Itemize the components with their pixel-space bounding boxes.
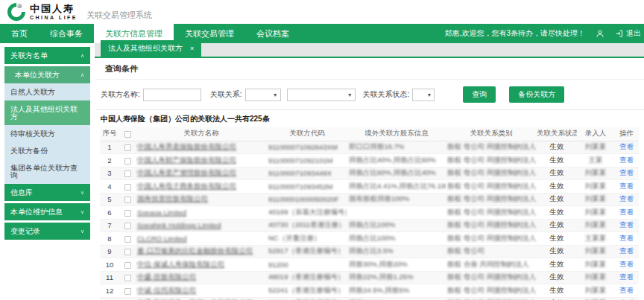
party-name-link[interactable]: 中信·保诚人寿保险有限公司 <box>137 260 224 268</box>
relation-category: 股权 母公司 间接控制的法人 <box>447 194 536 202</box>
sidebar-item[interactable]: 信息库 ∨ <box>4 184 90 201</box>
view-link[interactable]: 查看 <box>619 156 634 164</box>
relation-category: 股权 母公司 <box>447 246 484 255</box>
chevron-icon: ∨ <box>80 209 84 214</box>
party-name-link[interactable]: 中国人寿资产管理股份有限公司 <box>137 168 236 176</box>
sidebar-item[interactable]: 待审核关联方 <box>4 125 90 142</box>
view-link[interactable]: 查看 <box>619 260 634 268</box>
sidebar-item-label: 变更记录 <box>10 228 78 235</box>
result-summary: 中国人寿保险（集团）公司的关联法人一共有225条 <box>95 110 644 127</box>
relation-select-1[interactable]: ▼ <box>245 89 281 101</box>
relation-status: 生效 <box>537 180 577 194</box>
tab-close-icon[interactable]: × <box>190 45 194 52</box>
party-name-link[interactable]: 中国人寿电子商务股份有限公司 <box>137 182 236 190</box>
row-checkbox[interactable] <box>124 197 131 203</box>
overseas-shareholder-info: 持股22%,持股1.25% <box>349 272 414 281</box>
sidebar-item[interactable]: 本单位维护信息 ∨ <box>4 203 90 220</box>
view-link[interactable]: 查看 <box>619 142 634 150</box>
sidebar-item[interactable]: 变更记录 ∨ <box>4 223 90 240</box>
select-all-checkbox[interactable] <box>124 131 131 138</box>
view-link[interactable]: 查看 <box>619 234 634 242</box>
view-link[interactable]: 查看 <box>619 182 634 190</box>
party-code: 52917（香港注册编号） <box>268 246 344 255</box>
sidebar-item-label: 关联方名单 <box>10 52 78 60</box>
row-checkbox[interactable] <box>124 170 131 177</box>
chevron-icon: ∧ <box>80 53 84 58</box>
sidebar-item[interactable]: 自然人关联方 <box>4 83 90 100</box>
user-button[interactable] <box>596 29 604 38</box>
query-panel: 查询条件 关联方名称: 关联关系: ▼ ▼ 关联关系状态: ▼ 查询 备份关联方… <box>95 58 644 300</box>
party-name-input[interactable] <box>143 89 201 101</box>
logout-button[interactable]: 退出 <box>615 28 641 39</box>
system-title: 关联交易管理系统 <box>86 10 152 24</box>
row-checkbox[interactable] <box>124 249 131 255</box>
view-link[interactable]: 查看 <box>619 208 634 216</box>
relation-category: 股权 合营 共同控制的法人 <box>447 260 529 268</box>
view-link[interactable]: 查看 <box>619 246 634 255</box>
row-checkbox[interactable] <box>124 262 131 269</box>
view-link[interactable]: 查看 <box>619 220 634 229</box>
relation-category: 股权 母公司 间接控制的法人 <box>447 142 536 150</box>
nav-item-label: 关联方信息管理 <box>105 29 162 38</box>
query-section-title: 查询条件 <box>95 58 644 80</box>
party-name-label: 关联方名称: <box>101 89 140 100</box>
search-button[interactable]: 查询 <box>463 86 496 103</box>
navbar-right: 郑惠,欢迎您，您有3条待办，请尽快处理！ 退出 <box>445 24 644 43</box>
row-checkbox[interactable] <box>124 223 131 229</box>
sidebar-item-label: 本单位关联方 <box>15 71 78 79</box>
table-header-label: 关联关系类别 <box>470 129 513 137</box>
sidebar-item-label: 自然人关联方 <box>10 89 81 96</box>
row-number: 1 <box>100 141 119 154</box>
sidebar-item[interactable]: 法人及其他组织关联方 <box>4 100 90 125</box>
nav-item[interactable]: 会议档案 <box>245 24 300 43</box>
row-checkbox[interactable] <box>124 210 131 217</box>
relation-select-2[interactable]: ▼ <box>287 89 356 101</box>
party-code: 91200 <box>268 261 288 269</box>
table-header-label: 序号 <box>103 129 117 137</box>
table-header-cell: 序号 <box>100 127 119 141</box>
party-name-link[interactable]: 中国人寿财产保险股份有限公司 <box>137 156 236 164</box>
party-name-link[interactable]: Soeaoa Limited <box>137 208 186 217</box>
sidebar-item[interactable]: 关联方备份 <box>4 142 90 159</box>
nav-item[interactable]: 综合事务 <box>39 24 94 43</box>
sidebar-item-label: 信息库 <box>10 189 78 197</box>
nav-item[interactable]: 首页 <box>0 24 39 43</box>
row-checkbox[interactable] <box>124 288 131 295</box>
relation-status-select[interactable]: ▼ <box>412 89 435 101</box>
party-name-link[interactable]: 重·口万银美的分红金融股份有限公司 <box>137 246 253 255</box>
view-link[interactable]: 查看 <box>619 272 634 281</box>
row-number: 2 <box>100 154 119 167</box>
row-checkbox[interactable] <box>124 144 131 151</box>
china-life-logo-icon <box>7 3 25 21</box>
sidebar-item[interactable]: 集团各单位关联方查询 <box>4 159 90 184</box>
overseas-shareholder-info: 持股24.5%,持股5% <box>349 286 409 294</box>
row-checkbox[interactable] <box>124 275 131 281</box>
sidebar-item[interactable]: 关联方名单 ∧ <box>4 47 90 64</box>
row-checkbox[interactable] <box>124 158 131 165</box>
view-link[interactable]: 查看 <box>619 286 634 294</box>
relation-status: 生效 <box>537 284 577 298</box>
user-icon <box>596 29 604 38</box>
table-header-cell: 操作 <box>614 127 639 141</box>
row-checkbox[interactable] <box>124 184 131 191</box>
sidebar-item-label: 法人及其他组织关联方 <box>10 106 81 121</box>
party-name-link[interactable]: 中国人寿养老保险股份有限公司 <box>137 142 236 150</box>
view-link[interactable]: 查看 <box>619 168 634 176</box>
row-number: 11 <box>100 271 119 284</box>
party-name-link[interactable]: 中盛·控股有限公司 <box>137 272 196 281</box>
party-name-link[interactable]: CLCRO Limited <box>137 234 187 243</box>
party-name-link[interactable]: 中诚·信托有限公司 <box>137 286 196 294</box>
tab-legal-entity-parties[interactable]: 法人及其他组织关联方 × <box>101 40 201 57</box>
party-name-link[interactable]: 国寿投资控股有限公司 <box>137 194 208 202</box>
sidebar-item[interactable]: 本单位关联方 ∧ <box>4 66 90 83</box>
chevron-icon: ∨ <box>80 190 84 195</box>
table-header-label: 关联方名称 <box>183 129 219 137</box>
view-link[interactable]: 查看 <box>619 194 634 202</box>
row-checkbox[interactable] <box>124 236 131 243</box>
entry-person: 刘某某 <box>585 208 607 216</box>
related-parties-table: 序号 关联方名称 关联方代码 境外关联方股东信息 关联关系类别 <box>100 127 639 300</box>
relation-status: 生效 <box>537 245 577 258</box>
party-name-link[interactable]: Soeahink Holdings Limited <box>137 221 221 229</box>
backup-parties-button[interactable]: 备份关联方 <box>509 86 564 103</box>
party-code: 91100001000050020F <box>268 195 339 203</box>
